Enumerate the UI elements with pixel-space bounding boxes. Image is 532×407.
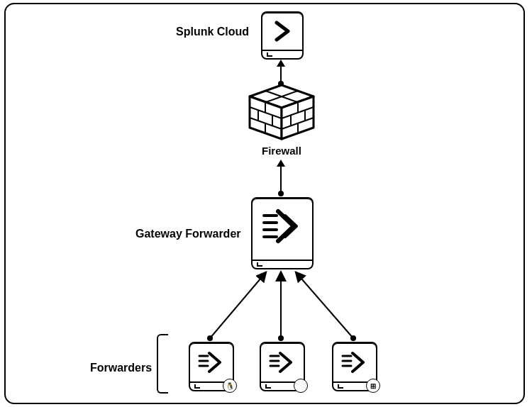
arrow-gateway-to-firewall-head (277, 160, 285, 167)
os-badge-linux-icon: 🐧 (223, 379, 237, 393)
node-forwarder-mac (260, 342, 305, 391)
label-forwarders: Forwarders (90, 362, 152, 374)
arrow-firewall-to-cloud-head (277, 60, 285, 67)
arrow-firewall-to-cloud (280, 67, 282, 82)
node-firewall (243, 84, 321, 140)
firewall-icon (243, 84, 321, 140)
label-gateway-forwarder: Gateway Forwarder (135, 228, 241, 240)
forwarders-bracket (157, 334, 168, 394)
diagram-canvas: Splunk Cloud (0, 0, 532, 407)
node-gateway-forwarder (251, 197, 314, 269)
label-firewall: Firewall (262, 145, 301, 157)
label-splunk-cloud: Splunk Cloud (176, 26, 249, 38)
os-badge-mac-icon (294, 379, 308, 393)
forwarder-glyph-icon (268, 350, 297, 374)
node-splunk-cloud (261, 11, 304, 60)
arrow-gateway-to-firewall (280, 167, 282, 192)
os-badge-windows-icon: ⊞ (366, 379, 380, 393)
node-forwarder-windows: ⊞ (332, 342, 377, 391)
arrow-gateway-to-firewall-origin (278, 191, 284, 196)
forwarder-glyph-icon (197, 350, 226, 374)
gateway-forwarder-glyph-icon (261, 208, 304, 244)
splunk-glyph-icon (268, 17, 297, 45)
forwarder-glyph-icon (340, 350, 369, 374)
node-forwarder-linux: 🐧 (189, 342, 234, 391)
